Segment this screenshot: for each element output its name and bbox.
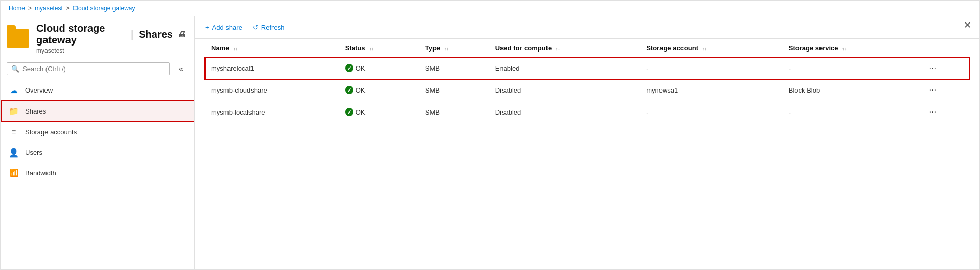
- ok-icon: [345, 64, 353, 72]
- col-actions: [920, 39, 970, 57]
- breadcrumb-myasetest[interactable]: myasetest: [35, 5, 63, 12]
- content-area: ✕ + Add share ↺ Refresh: [195, 16, 979, 269]
- cell-storage-account: mynewsa1: [640, 79, 783, 101]
- cell-type: SMB: [419, 57, 489, 79]
- resource-name: Cloud storage gateway: [36, 22, 126, 46]
- sidebar-header: Cloud storage gateway | Shares 🖨 myasete…: [1, 16, 194, 57]
- cell-name: mysmb-cloudshare: [205, 79, 339, 101]
- table-row[interactable]: mysmb-cloudshareOKSMBDisabledmynewsa1Blo…: [205, 79, 969, 101]
- breadcrumb: Home > myasetest > Cloud storage gateway: [1, 1, 979, 16]
- table-body: mysharelocal1OKSMBEnabled--···mysmb-clou…: [205, 57, 969, 123]
- sidebar-item-users[interactable]: 👤 Users: [1, 142, 194, 163]
- sidebar-item-shares[interactable]: 📁 Shares: [1, 100, 194, 122]
- sidebar-item-users-label: Users: [25, 149, 42, 156]
- table-row[interactable]: mysmb-localshareOKSMBDisabled--···: [205, 101, 969, 123]
- sort-arrows-status[interactable]: ↑↓: [369, 46, 374, 51]
- cell-compute: Disabled: [489, 79, 641, 101]
- status-text: OK: [356, 86, 366, 94]
- storage-icon: ≡: [9, 127, 19, 137]
- wifi-icon: 📶: [9, 168, 19, 178]
- col-storage-service[interactable]: Storage service ↑↓: [783, 39, 920, 57]
- shares-table: Name ↑↓ Status ↑↓ Type ↑↓: [205, 39, 969, 123]
- sidebar-item-overview[interactable]: ☁ Overview: [1, 80, 194, 100]
- breadcrumb-sep1: >: [28, 5, 32, 12]
- sidebar-title-group: Cloud storage gateway | Shares 🖨 myasete…: [36, 22, 186, 54]
- cell-storage-service: -: [783, 57, 920, 79]
- add-share-button[interactable]: + Add share: [205, 21, 242, 33]
- resource-subtitle: myasetest: [36, 47, 186, 54]
- col-storage-account[interactable]: Storage account ↑↓: [640, 39, 783, 57]
- cloud-icon: ☁: [9, 85, 19, 95]
- more-button[interactable]: ···: [926, 84, 939, 96]
- users-icon: 👤: [9, 147, 19, 158]
- search-input[interactable]: [22, 65, 165, 73]
- sort-arrows-name[interactable]: ↑↓: [233, 46, 238, 51]
- cell-status: OK: [339, 57, 419, 79]
- ok-icon: [345, 108, 353, 116]
- cell-more: ···: [920, 79, 970, 101]
- more-button[interactable]: ···: [926, 106, 939, 118]
- main-layout: Cloud storage gateway | Shares 🖨 myasete…: [1, 16, 979, 269]
- col-compute[interactable]: Used for compute ↑↓: [489, 39, 641, 57]
- resource-tab: Shares: [139, 29, 173, 40]
- sort-arrows-compute[interactable]: ↑↓: [556, 46, 560, 51]
- search-area: 🔍 «: [1, 57, 194, 80]
- cell-name: mysharelocal1: [205, 57, 339, 79]
- sort-arrows-service[interactable]: ↑↓: [842, 46, 847, 51]
- sidebar-item-overview-label: Overview: [25, 86, 53, 94]
- sidebar-item-storage-accounts[interactable]: ≡ Storage accounts: [1, 122, 194, 142]
- col-type[interactable]: Type ↑↓: [419, 39, 489, 57]
- cell-more: ···: [920, 57, 970, 79]
- cell-type: SMB: [419, 101, 489, 123]
- status-text: OK: [356, 64, 366, 72]
- sidebar: Cloud storage gateway | Shares 🖨 myasete…: [1, 16, 195, 269]
- breadcrumb-home[interactable]: Home: [9, 5, 25, 12]
- cell-status: OK: [339, 79, 419, 101]
- cell-storage-service: Block Blob: [783, 79, 920, 101]
- sidebar-item-bandwidth-label: Bandwidth: [25, 169, 56, 177]
- search-icon: 🔍: [11, 65, 19, 73]
- cell-status: OK: [339, 101, 419, 123]
- table-row[interactable]: mysharelocal1OKSMBEnabled--···: [205, 57, 969, 79]
- cell-type: SMB: [419, 79, 489, 101]
- refresh-label: Refresh: [261, 24, 285, 31]
- sidebar-item-bandwidth[interactable]: 📶 Bandwidth: [1, 163, 194, 183]
- table-container: Name ↑↓ Status ↑↓ Type ↑↓: [195, 39, 979, 269]
- folder-shape: [7, 29, 29, 48]
- app-container: Home > myasetest > Cloud storage gateway…: [0, 0, 980, 270]
- breadcrumb-sep2: >: [66, 5, 70, 12]
- sidebar-item-storage-label: Storage accounts: [25, 128, 77, 136]
- breadcrumb-current: Cloud storage gateway: [73, 5, 135, 12]
- folder-nav-icon: 📁: [9, 106, 19, 116]
- status-text: OK: [356, 108, 366, 116]
- resource-title: Cloud storage gateway | Shares 🖨: [36, 22, 186, 46]
- sidebar-item-shares-label: Shares: [25, 107, 46, 115]
- ok-icon: [345, 86, 353, 94]
- sort-arrows-storage[interactable]: ↑↓: [702, 46, 707, 51]
- cell-compute: Enabled: [489, 57, 641, 79]
- cell-storage-service: -: [783, 101, 920, 123]
- table-header-row: Name ↑↓ Status ↑↓ Type ↑↓: [205, 39, 969, 57]
- cell-storage-account: -: [640, 57, 783, 79]
- cell-compute: Disabled: [489, 101, 641, 123]
- refresh-icon: ↺: [253, 24, 258, 31]
- collapse-button[interactable]: «: [174, 61, 188, 76]
- refresh-button[interactable]: ↺ Refresh: [253, 21, 285, 33]
- col-status[interactable]: Status ↑↓: [339, 39, 419, 57]
- cell-name: mysmb-localshare: [205, 101, 339, 123]
- title-pipe: |: [131, 29, 133, 40]
- close-button[interactable]: ✕: [964, 20, 971, 30]
- sidebar-nav: ☁ Overview 📁 Shares ≡ Storage accounts 👤…: [1, 80, 194, 183]
- toolbar: + Add share ↺ Refresh: [195, 16, 979, 39]
- add-share-label: Add share: [212, 24, 242, 31]
- print-icon[interactable]: 🖨: [178, 30, 186, 39]
- more-button[interactable]: ···: [926, 62, 939, 74]
- sort-arrows-type[interactable]: ↑↓: [444, 46, 449, 51]
- col-name[interactable]: Name ↑↓: [205, 39, 339, 57]
- resource-folder-icon: [7, 28, 29, 49]
- cell-storage-account: -: [640, 101, 783, 123]
- cell-more: ···: [920, 101, 970, 123]
- search-box[interactable]: 🔍: [7, 62, 170, 75]
- add-icon: +: [205, 24, 209, 31]
